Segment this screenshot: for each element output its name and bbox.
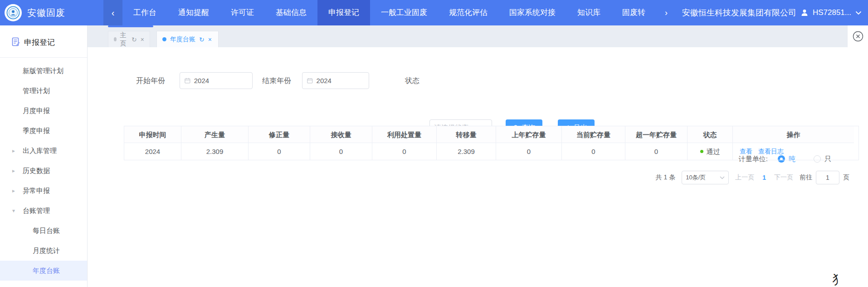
- nav-scroll-right-button[interactable]: ›: [665, 0, 668, 25]
- refresh-icon[interactable]: ↻: [132, 36, 137, 43]
- caret-down-icon: ▾: [12, 201, 15, 221]
- nav-item-basic-info[interactable]: 基础信息: [265, 0, 317, 25]
- next-page-button[interactable]: 下一页: [774, 173, 793, 182]
- prev-page-button[interactable]: 上一页: [735, 173, 754, 182]
- start-year-label: 开始年份: [136, 72, 165, 89]
- page-size-select[interactable]: 10条/页: [682, 171, 729, 184]
- current-page-button[interactable]: 1: [761, 174, 768, 181]
- status-green-dot-icon: [700, 150, 703, 153]
- close-icon[interactable]: ×: [141, 36, 144, 43]
- app-title: 安徽固废: [27, 0, 65, 25]
- nav-item-license[interactable]: 许可证: [220, 0, 265, 25]
- tab-home[interactable]: 主页 ↻ ×: [108, 31, 150, 47]
- sidebar-item-history-data[interactable]: ▸历史数据: [0, 161, 87, 181]
- cell-over-one-year-storage: 0: [625, 143, 688, 160]
- caret-right-icon: ▸: [12, 181, 15, 201]
- cell-status: 通过: [688, 143, 733, 160]
- chevron-down-icon: [720, 176, 725, 179]
- end-year-value[interactable]: [317, 77, 364, 84]
- col-header-utilized: 利用处置量: [372, 126, 437, 143]
- nav-item-workbench[interactable]: 工作台: [122, 0, 167, 25]
- cell-prev-year-storage: 0: [496, 143, 562, 160]
- tab-annual-ledger[interactable]: 年度台账 ↻ ×: [156, 31, 219, 47]
- start-year-input[interactable]: [180, 72, 253, 89]
- page-size-value: 10条/页: [686, 173, 706, 182]
- caret-right-icon: ▸: [12, 161, 15, 181]
- sidebar-item-label: 出入库管理: [23, 147, 57, 154]
- nav-item-national-system[interactable]: 国家系统对接: [498, 0, 566, 25]
- chevron-right-icon: ›: [665, 8, 668, 17]
- goto-suffix: 页: [843, 173, 849, 182]
- goto-page-group: 前往 页: [800, 171, 849, 184]
- app-window: 安徽固废 ‹ 工作台 通知提醒 许可证 基础信息 申报登记 一般工业固废 规范化…: [0, 0, 868, 287]
- start-year-value[interactable]: [194, 77, 248, 84]
- close-icon[interactable]: ×: [208, 36, 212, 43]
- cell-corrected: 0: [249, 143, 310, 160]
- sidebar-item-quarterly-declaration[interactable]: 季度申报: [0, 121, 87, 141]
- goto-page-input[interactable]: [816, 171, 839, 184]
- nav-item-general-industrial-waste[interactable]: 一般工业固废: [370, 0, 438, 25]
- document-edit-icon: [11, 37, 20, 46]
- sidebar-item-monthly-statistics[interactable]: 月度统计: [0, 241, 87, 261]
- nav-item-standard-assessment[interactable]: 规范化评估: [438, 0, 498, 25]
- goto-label: 前往: [800, 173, 812, 182]
- sidebar-item-inout-warehouse[interactable]: ▸出入库管理: [0, 141, 87, 161]
- col-header-declare-time: 申报时间: [124, 126, 181, 143]
- close-all-tabs-button[interactable]: [847, 25, 868, 47]
- pagination-total: 共 1 条: [656, 173, 676, 182]
- col-header-received: 接收量: [310, 126, 372, 143]
- view-log-link[interactable]: 查看日志: [758, 143, 784, 160]
- end-year-input[interactable]: [302, 72, 369, 89]
- end-year-label: 结束年份: [262, 72, 291, 89]
- tabbar-scrollbar-thumb[interactable]: [108, 25, 153, 27]
- sidebar-header: 申报登记: [0, 25, 87, 58]
- main-content: 开始年份 结束年份 状态 请选择状态: [88, 47, 868, 287]
- cell-transferred: 2.309: [437, 143, 496, 160]
- col-header-over-one-year-storage: 超一年贮存量: [625, 126, 688, 143]
- sidebar-item-abnormal-declaration[interactable]: ▸异常申报: [0, 181, 87, 201]
- sidebar-collapse-button[interactable]: ‹: [103, 0, 122, 25]
- navbar-user-area: 安徽恒生科技发展集团有限公司 HS72851...: [682, 0, 862, 25]
- sidebar-item-label: 台账管理: [23, 207, 50, 214]
- sidebar-menu: 新版管理计划 管理计划 月度申报 季度申报 ▸出入库管理 ▸历史数据 ▸异常申报…: [0, 61, 87, 281]
- main-nav-menu: 工作台 通知提醒 许可证 基础信息 申报登记 一般工业固废 规范化评估 国家系统…: [122, 0, 656, 25]
- calendar-icon: [185, 77, 190, 84]
- company-name: 安徽恒生科技发展集团有限公司: [682, 7, 796, 18]
- col-header-current-storage: 当前贮存量: [562, 126, 625, 143]
- cell-declare-time: 2024: [124, 143, 181, 160]
- tab-label: 主页: [120, 31, 128, 48]
- tab-label: 年度台账: [170, 35, 195, 44]
- sidebar-item-annual-ledger[interactable]: 年度台账: [0, 261, 87, 281]
- user-menu-chevron-down-icon[interactable]: [855, 11, 862, 15]
- app-logo-icon: [5, 4, 22, 21]
- refresh-icon[interactable]: ↻: [199, 36, 205, 43]
- view-link[interactable]: 查看: [740, 143, 752, 160]
- cell-received: 0: [310, 143, 372, 160]
- corner-cutoff-glyph: 犭: [833, 272, 845, 287]
- col-header-prev-year-storage: 上年贮存量: [496, 126, 562, 143]
- calendar-icon: [307, 77, 313, 84]
- col-header-transferred: 转移量: [437, 126, 496, 143]
- tab-status-dot: [114, 37, 117, 41]
- nav-item-notifications[interactable]: 通知提醒: [167, 0, 220, 25]
- col-header-corrected: 修正量: [249, 126, 310, 143]
- status-badge: 通过: [707, 143, 720, 160]
- sidebar-title: 申报登记: [24, 37, 55, 48]
- circled-close-icon: [852, 30, 864, 42]
- sidebar-item-management-plan[interactable]: 管理计划: [0, 81, 87, 101]
- sidebar-item-daily-ledger[interactable]: 每日台账: [0, 221, 87, 241]
- sidebar: 申报登记 新版管理计划 管理计划 月度申报 季度申报 ▸出入库管理 ▸历史数据 …: [0, 25, 88, 287]
- annual-ledger-table: 申报时间 产生量 修正量 接收量 利用处置量 转移量 上年贮存量 当前贮存量 超…: [124, 126, 859, 160]
- caret-right-icon: ▸: [12, 141, 15, 161]
- sidebar-item-ledger-management[interactable]: ▾台账管理: [0, 201, 87, 221]
- user-icon: [800, 9, 809, 17]
- username-text[interactable]: HS72851...: [813, 8, 851, 17]
- tab-status-dot: [162, 37, 166, 41]
- nav-item-declaration[interactable]: 申报登记: [317, 0, 370, 25]
- nav-item-knowledge-base[interactable]: 知识库: [566, 0, 611, 25]
- status-label: 状态: [405, 72, 419, 89]
- top-navbar: 安徽固废 ‹ 工作台 通知提醒 许可证 基础信息 申报登记 一般工业固废 规范化…: [0, 0, 868, 25]
- sidebar-item-monthly-declaration[interactable]: 月度申报: [0, 101, 87, 121]
- sidebar-item-new-management-plan[interactable]: 新版管理计划: [0, 61, 87, 81]
- nav-item-waste-transfer[interactable]: 固废转: [611, 0, 656, 25]
